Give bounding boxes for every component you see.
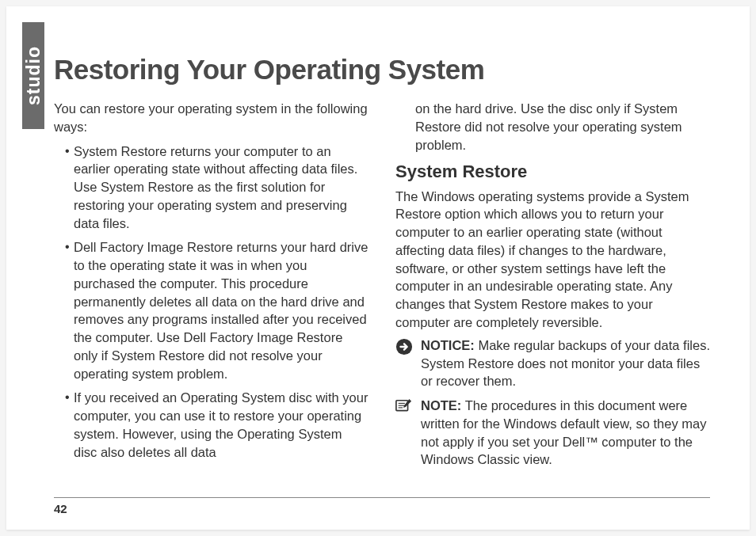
page-title: Restoring Your Operating System: [54, 54, 710, 86]
left-column: You can restore your operating system in…: [54, 100, 368, 475]
note-label: NOTE:: [421, 398, 461, 412]
side-tab-label: studio: [23, 46, 44, 105]
notice-label: NOTICE:: [421, 338, 475, 352]
right-column: on the hard drive. Use the disc only if …: [395, 100, 710, 475]
bullet-list: System Restore returns your computer to …: [54, 143, 368, 462]
note-block: NOTE: The procedures in this document we…: [395, 397, 710, 469]
bullet-item: If you received an Operating System disc…: [65, 389, 368, 461]
intro-text: You can restore your operating system in…: [54, 100, 368, 136]
footer-rule: [54, 497, 710, 498]
side-tab: studio: [22, 22, 44, 129]
page-number: 42: [54, 502, 67, 515]
continuation-text: on the hard drive. Use the disc only if …: [395, 100, 710, 154]
notice-arrow-icon: [395, 338, 413, 355]
bullet-item: System Restore returns your computer to …: [65, 143, 368, 233]
two-column-layout: You can restore your operating system in…: [54, 100, 710, 475]
note-body: The procedures in this document were wri…: [421, 398, 706, 466]
note-text: NOTE: The procedures in this document we…: [421, 398, 706, 466]
system-restore-paragraph: The Windows operating systems provide a …: [395, 188, 710, 332]
section-heading: System Restore: [395, 160, 710, 184]
document-page: studio Restoring Your Operating System Y…: [6, 6, 750, 530]
notice-text: NOTICE: Make regular backups of your dat…: [421, 338, 710, 389]
bullet-item: Dell Factory Image Restore returns your …: [65, 238, 368, 382]
content-area: Restoring Your Operating System You can …: [54, 54, 710, 506]
note-pencil-icon: [395, 398, 413, 412]
notice-block: NOTICE: Make regular backups of your dat…: [395, 336, 710, 390]
